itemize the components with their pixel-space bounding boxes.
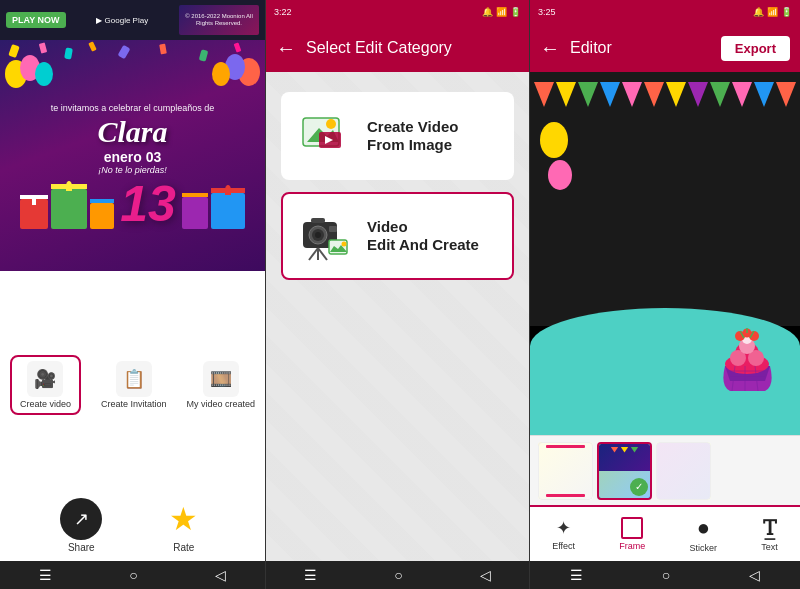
status-time-middle: 3:22 [274,7,292,17]
svg-line-13 [318,248,327,260]
sticker-label: Sticker [690,543,718,553]
status-time-right: 3:25 [538,7,556,17]
create-video-icon: 🎥 [27,361,63,397]
frame-label: Frame [619,541,645,551]
sticker-tool[interactable]: ● Sticker [690,515,718,553]
back-icon-m[interactable]: ◁ [480,567,491,583]
social-row: ↗ Share ★ Rate [0,494,265,561]
play-now-button[interactable]: PLAY NOW [6,12,66,28]
my-video-label: My video created [186,399,255,409]
status-bar-right: 3:25 🔔 📶 🔋 [530,0,800,24]
notification-icon: 🔔 [482,7,493,17]
battery-icon-r: 🔋 [781,7,792,17]
phone-screen-middle: 3:22 🔔 📶 🔋 ← Select Edit Category [265,0,530,589]
editor-canvas [530,72,800,435]
card-invite-text: te invitamos a celebrar el cumpleaños de [51,102,215,115]
home-icon-m[interactable]: ○ [394,567,402,583]
video-edit-create-card[interactable]: VideoEdit And Create [281,192,514,280]
frame-icon [621,517,643,539]
top-bar-middle: ← Select Edit Category [266,24,529,72]
video-edit-create-text: VideoEdit And Create [367,218,479,254]
home-icon-r[interactable]: ○ [662,567,670,583]
svg-rect-10 [329,226,337,232]
battery-icon: 🔋 [510,7,521,17]
editor-toolbar: ✦ Effect Frame ● Sticker T̲ Text [530,505,800,561]
ad-image: © 2016-2022 Moonion All Rights Reserved. [179,5,259,35]
canvas-dark-bg [530,72,800,326]
birthday-card: te invitamos a celebrar el cumpleaños de… [0,40,265,271]
card-number: 13 [120,179,176,229]
rate-item[interactable]: ★ Rate [163,498,205,553]
status-icons-middle: 🔔 📶 🔋 [482,7,521,17]
svg-line-11 [309,248,318,260]
thumbnail-3[interactable] [656,442,711,500]
notification-icon-r: 🔔 [753,7,764,17]
effect-label: Effect [552,541,575,551]
effect-icon: ✦ [556,517,571,539]
svg-point-2 [326,119,336,129]
text-label: Text [761,542,778,552]
google-play-logo: ▶ Google Play [96,16,148,25]
hamburger-icon[interactable]: ☰ [39,567,52,583]
svg-rect-9 [311,218,325,223]
star-icon: ★ [163,498,205,540]
thumbnail-1[interactable] [538,442,593,500]
ad-banner: PLAY NOW ▶ Google Play © 2016-2022 Mooni… [0,0,265,40]
rate-label: Rate [173,542,194,553]
phone-nav-bar-right: ☰ ○ ◁ [530,561,800,589]
signal-icon: 📶 [496,7,507,17]
editor-title: Editor [570,39,612,57]
category-title-1: Create VideoFrom Image [367,118,458,154]
frame-tool[interactable]: Frame [619,517,645,551]
video-edit-create-icon [299,208,355,264]
selected-checkmark: ✓ [630,478,648,496]
effect-tool[interactable]: ✦ Effect [552,517,575,551]
text-icon: T̲ [763,516,776,540]
editor-top-bar: ← Editor Export [530,24,800,72]
signal-icon-r: 📶 [767,7,778,17]
create-invitation-nav-item[interactable]: 📋 Create Invitation [101,361,167,409]
hamburger-icon-r[interactable]: ☰ [570,567,583,583]
sticker-icon: ● [697,515,710,541]
phone-screen-left: PLAY NOW ▶ Google Play © 2016-2022 Mooni… [0,0,265,589]
back-icon[interactable]: ◁ [215,567,226,583]
category-content: Create VideoFrom Image [266,72,529,561]
card-tagline: ¡No te lo pierdas! [98,165,167,175]
home-icon[interactable]: ○ [129,567,137,583]
bottom-nav: 🎥 Create video 📋 Create Invitation 🎞️ My… [0,271,265,494]
card-date: enero 03 [104,149,162,165]
create-video-from-image-card[interactable]: Create VideoFrom Image [281,92,514,180]
status-bar-middle: 3:22 🔔 📶 🔋 [266,0,529,24]
category-title-2: VideoEdit And Create [367,218,479,254]
google-play-text: ▶ Google Play [96,16,148,25]
cupcake-illustration [710,316,785,400]
my-video-icon: 🎞️ [203,361,239,397]
phone-nav-bar-middle: ☰ ○ ◁ [266,561,529,589]
back-icon-r[interactable]: ◁ [749,567,760,583]
phone-screen-right: 3:25 🔔 📶 🔋 ← Editor Export [530,0,800,589]
svg-point-16 [342,242,347,247]
create-video-nav-item[interactable]: 🎥 Create video [10,355,81,415]
thumbnail-strip: ✓ [530,435,800,505]
text-tool[interactable]: T̲ Text [761,516,778,552]
create-video-from-image-icon [299,108,355,164]
create-invitation-label: Create Invitation [101,399,167,409]
card-name: Clara [97,115,167,149]
my-video-nav-item[interactable]: 🎞️ My video created [186,361,255,409]
create-video-label: Create video [20,399,71,409]
back-button-right[interactable]: ← [540,37,560,60]
hamburger-icon-m[interactable]: ☰ [304,567,317,583]
editor-top-left: ← Editor [540,37,612,60]
page-title-middle: Select Edit Category [306,39,452,57]
svg-point-8 [315,232,321,238]
status-icons-right: 🔔 📶 🔋 [753,7,792,17]
bunting-flags [530,82,800,107]
share-label: Share [68,542,95,553]
phone-nav-bar-left: ☰ ○ ◁ [0,561,265,589]
create-invitation-icon: 📋 [116,361,152,397]
create-video-from-image-text: Create VideoFrom Image [367,118,458,154]
export-button[interactable]: Export [721,36,790,61]
share-item[interactable]: ↗ Share [60,498,102,553]
thumbnail-2[interactable]: ✓ [597,442,652,500]
back-button-middle[interactable]: ← [276,37,296,60]
